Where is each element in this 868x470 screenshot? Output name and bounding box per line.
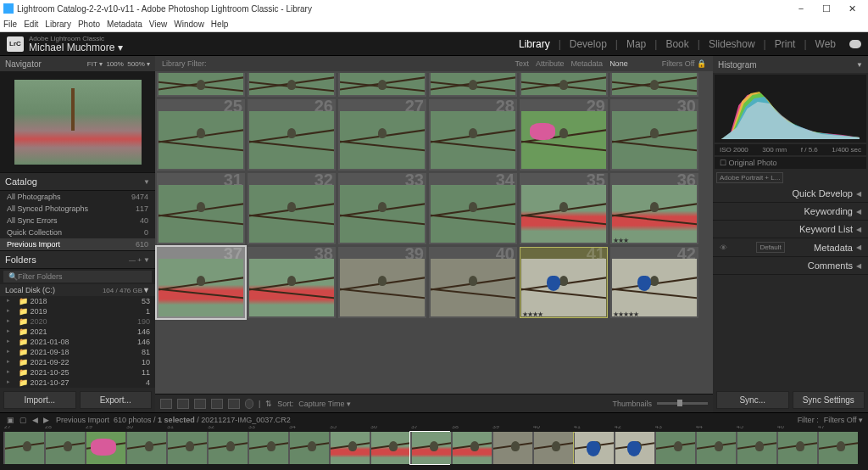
keywording-panel[interactable]: Keywording◀ <box>713 203 868 221</box>
minimize-button[interactable]: − <box>788 3 814 14</box>
filmstrip-cell[interactable]: 43 <box>654 432 693 464</box>
filter-tab-attribute[interactable]: Attribute <box>536 59 565 68</box>
filmstrip-cell[interactable]: 47 <box>817 432 856 464</box>
folder-item[interactable]: 📁 2021-09-2210 <box>0 357 155 367</box>
compare-view-button[interactable] <box>194 399 206 409</box>
navigator-header[interactable]: Navigator FIT ▾ 100% 500% ▾ <box>0 56 155 71</box>
folder-item[interactable]: 📁 2021-10-274 <box>0 378 155 388</box>
menu-metadata[interactable]: Metadata <box>107 20 142 29</box>
import-button[interactable]: Import... <box>3 391 76 409</box>
go-forward-button[interactable]: ▶ <box>42 416 51 424</box>
grid-cell[interactable]: 27 <box>338 99 426 171</box>
catalog-item[interactable]: Previous Import610 <box>0 238 155 250</box>
filter-tab-metadata[interactable]: Metadata <box>571 59 604 68</box>
filmstrip-cell[interactable]: 40 <box>532 432 571 464</box>
menu-help[interactable]: Help <box>211 20 229 29</box>
filter-tab-none[interactable]: None <box>609 59 628 68</box>
folder-item[interactable]: 📁 20191 <box>0 306 155 316</box>
filmstrip-cell[interactable]: 33 <box>248 432 287 464</box>
catalog-header[interactable]: Catalog▼ <box>0 173 155 191</box>
grid-cell[interactable]: 28 <box>429 99 517 171</box>
catalog-item[interactable]: All Synced Photographs117 <box>0 203 155 215</box>
folder-item[interactable]: 📁 2021146 <box>0 327 155 337</box>
sort-direction-button[interactable]: ⇅ <box>265 400 272 408</box>
disk-volume[interactable]: Local Disk (C:)104 / 476 GB ▼ <box>0 284 155 296</box>
comments-panel[interactable]: Comments◀ <box>713 257 868 275</box>
painter-icon[interactable] <box>245 399 253 409</box>
keyword-list-panel[interactable]: Keyword List◀ <box>713 221 868 238</box>
grid-cell[interactable]: 37 <box>157 247 245 318</box>
grid-cell[interactable]: 29 <box>520 99 608 171</box>
grid-cell[interactable]: 41★★★★ <box>520 247 608 318</box>
filmstrip[interactable]: 2728293031323334353637383940414243444546… <box>0 426 868 470</box>
sort-field-dropdown[interactable]: Capture Time ▾ <box>298 400 351 408</box>
menu-view[interactable]: View <box>149 20 168 29</box>
navigator-preview[interactable] <box>0 71 155 172</box>
grid-cell[interactable]: 36★★★ <box>610 173 698 244</box>
grid-cell[interactable]: 38 <box>248 247 336 318</box>
filmstrip-cell[interactable]: 36 <box>370 432 409 464</box>
grid-cell[interactable]: 34 <box>429 173 517 244</box>
export-button[interactable]: Export... <box>80 391 153 409</box>
source-label[interactable]: Previous Import <box>56 416 109 424</box>
grid-cell[interactable]: 30 <box>610 99 698 171</box>
sync-settings-button[interactable]: Sync Settings <box>793 391 865 409</box>
histogram-header[interactable]: Histogram▼ <box>713 56 868 73</box>
filmstrip-cell[interactable]: 39 <box>492 432 531 464</box>
quick-develop-panel[interactable]: Quick Develop◀ <box>713 185 868 203</box>
loupe-view-button[interactable] <box>177 399 189 409</box>
profile-preset[interactable]: Adobe Portrait + L... <box>716 172 783 183</box>
filmstrip-cell[interactable]: 44 <box>695 432 734 464</box>
catalog-item[interactable]: Quick Collection0 <box>0 227 155 238</box>
grid-cell[interactable]: 35 <box>520 173 608 244</box>
filmstrip-cell[interactable]: 46 <box>776 432 815 464</box>
module-book[interactable]: Book <box>665 38 688 50</box>
catalog-item[interactable]: All Photographs9474 <box>0 191 155 203</box>
module-map[interactable]: Map <box>626 38 646 50</box>
module-library[interactable]: Library <box>519 38 550 50</box>
module-slideshow[interactable]: Slideshow <box>709 38 755 50</box>
close-button[interactable]: ✕ <box>839 3 865 14</box>
filmstrip-cell[interactable]: 30 <box>125 432 164 464</box>
menu-edit[interactable]: Edit <box>24 20 38 29</box>
grid-view-button[interactable] <box>160 399 172 409</box>
grid-cell[interactable] <box>157 73 245 97</box>
catalog-item[interactable]: All Sync Errors40 <box>0 215 155 227</box>
filmstrip-cell[interactable]: 37 <box>410 432 449 464</box>
people-view-button[interactable] <box>228 399 240 409</box>
grid-view[interactable]: 252627282930313233343536★★★3738394041★★★… <box>155 71 713 394</box>
filmstrip-cell[interactable]: 29 <box>85 432 124 464</box>
folder-item[interactable]: 📁 2021-10-2511 <box>0 367 155 378</box>
second-window-button[interactable]: ▢ <box>18 416 29 424</box>
grid-cell[interactable]: 33 <box>338 173 426 244</box>
filmstrip-cell[interactable]: 27 <box>3 432 42 464</box>
filmstrip-cell[interactable]: 45 <box>736 432 775 464</box>
menu-photo[interactable]: Photo <box>78 20 100 29</box>
grid-cell[interactable]: 39 <box>338 247 426 318</box>
go-back-button[interactable]: ◀ <box>31 416 40 424</box>
grid-cell[interactable]: 31 <box>157 173 245 244</box>
filter-tab-text[interactable]: Text <box>515 59 530 68</box>
filmstrip-cell[interactable]: 34 <box>288 432 327 464</box>
grid-cell[interactable] <box>610 73 698 97</box>
filmstrip-cell[interactable]: 38 <box>451 432 490 464</box>
folders-header[interactable]: Folders— + ▼ <box>0 251 155 269</box>
filmstrip-cell[interactable]: 35 <box>329 432 368 464</box>
filmstrip-cell[interactable]: 41 <box>573 432 612 464</box>
filmstrip-cell[interactable]: 32 <box>207 432 246 464</box>
grid-cell[interactable]: 26 <box>248 99 336 171</box>
main-window-button[interactable]: ▣ <box>5 416 16 424</box>
grid-cell[interactable]: 32 <box>248 173 336 244</box>
grid-cell[interactable]: 25 <box>157 99 245 171</box>
folder-item[interactable]: 📁 2021-09-1881 <box>0 347 155 357</box>
grid-cell[interactable]: 40 <box>429 247 517 318</box>
filmstrip-cell[interactable]: 28 <box>44 432 83 464</box>
menu-window[interactable]: Window <box>174 20 204 29</box>
maximize-button[interactable]: ☐ <box>814 3 839 14</box>
menu-file[interactable]: File <box>3 20 17 29</box>
cloud-sync-icon[interactable] <box>849 40 861 48</box>
grid-cell[interactable]: 42★★★★★ <box>610 247 698 318</box>
filter-folders-input[interactable]: 🔍 Filter Folders <box>3 271 152 283</box>
metadata-panel[interactable]: 👁DefaultMetadata◀ <box>713 238 868 257</box>
module-develop[interactable]: Develop <box>570 38 607 50</box>
